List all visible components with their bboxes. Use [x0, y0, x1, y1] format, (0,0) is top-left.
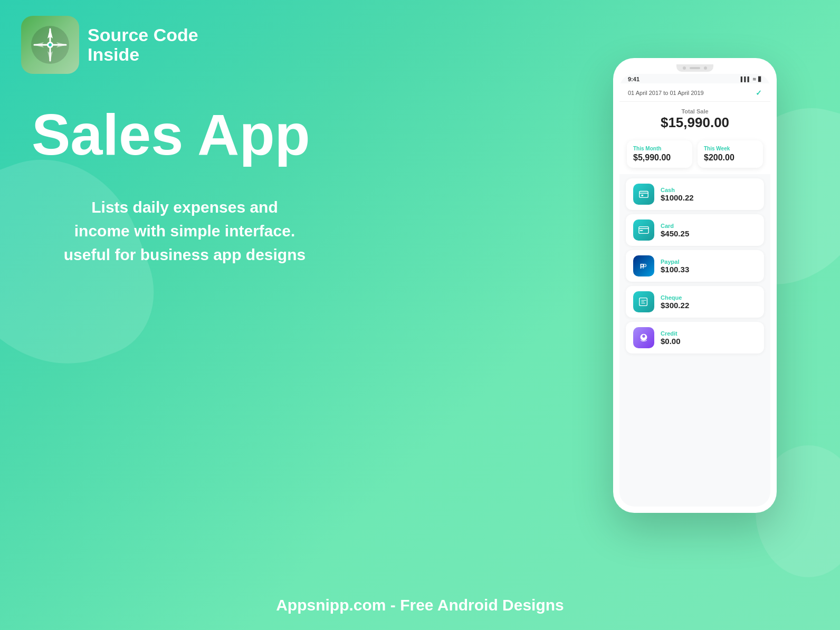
cheque-icon — [633, 291, 654, 312]
card-icon — [633, 219, 654, 241]
app-description: Lists daily expenses andincome with simp… — [32, 195, 338, 266]
svg-rect-10 — [641, 195, 643, 196]
this-week-amount: $200.00 — [704, 153, 757, 163]
credit-icon — [633, 327, 654, 348]
cheque-info: Cheque $300.22 — [661, 294, 689, 310]
footer-text: Appsnipp.com - Free Android Designs — [276, 596, 564, 614]
total-sale-amount: $15,990.00 — [619, 114, 770, 131]
logo-title-line1: Source Code — [88, 25, 198, 45]
card-info: Card $450.25 — [661, 223, 689, 238]
app-title: Sales App — [32, 106, 338, 164]
paypal-amount: $100.33 — [661, 265, 689, 274]
total-sale-label: Total Sale — [619, 108, 770, 114]
signal-icon: ▌▌▌ — [741, 77, 751, 82]
logo-icon — [21, 16, 79, 74]
status-time: 9:41 — [628, 76, 639, 82]
svg-rect-9 — [639, 192, 648, 198]
payment-item-card: Card $450.25 — [626, 214, 764, 246]
phone-screen-inner: 01 April 2017 to 01 April 2019 ✓ Total S… — [619, 83, 770, 358]
status-icons: ▌▌▌ ≋ ▊ — [741, 77, 762, 82]
svg-rect-12 — [640, 230, 643, 231]
date-range-row: 01 April 2017 to 01 April 2019 ✓ — [628, 89, 762, 97]
total-sale-section: Total Sale $15,990.00 — [619, 102, 770, 136]
cheque-name: Cheque — [661, 294, 689, 301]
status-bar: 9:41 ▌▌▌ ≋ ▊ — [619, 74, 770, 83]
payment-item-paypal: P P Paypal $100.33 — [626, 250, 764, 282]
phone-screen: 9:41 ▌▌▌ ≋ ▊ 01 April 2017 to 01 April 2… — [619, 74, 770, 507]
date-range-text: 01 April 2017 to 01 April 2019 — [628, 90, 704, 96]
cash-amount: $1000.22 — [661, 193, 694, 202]
payment-item-cheque: Cheque $300.22 — [626, 286, 764, 318]
credit-info: Credit $0.00 — [661, 330, 681, 346]
cash-name: Cash — [661, 187, 694, 193]
credit-amount: $0.00 — [661, 337, 681, 346]
cash-icon — [633, 184, 654, 205]
this-month-amount: $5,990.00 — [633, 153, 686, 163]
this-week-label: This Week — [704, 146, 757, 151]
logo-text: Source Code Inside — [88, 25, 198, 65]
this-month-card: This Month $5,990.00 — [627, 140, 692, 168]
payment-item-cash: Cash $1000.22 — [626, 178, 764, 210]
checkmark-icon[interactable]: ✓ — [756, 89, 762, 97]
notch-dot-left — [683, 66, 686, 70]
logo-title-line2: Inside — [88, 45, 198, 64]
battery-icon: ▊ — [758, 77, 762, 82]
paypal-name: Paypal — [661, 259, 689, 265]
cheque-amount: $300.22 — [661, 301, 689, 310]
card-amount: $450.25 — [661, 229, 689, 238]
cash-info: Cash $1000.22 — [661, 187, 694, 202]
card-name: Card — [661, 223, 689, 229]
svg-text:P: P — [642, 262, 647, 270]
phone-mockup: 9:41 ▌▌▌ ≋ ▊ 01 April 2017 to 01 April 2… — [613, 58, 777, 513]
period-cards: This Month $5,990.00 This Week $200.00 — [619, 136, 770, 174]
header: Source Code Inside — [21, 16, 198, 74]
payment-list: Cash $1000.22 — [619, 174, 770, 358]
payment-item-credit: Credit $0.00 — [626, 322, 764, 354]
this-week-card: This Week $200.00 — [698, 140, 763, 168]
notch-dot-right — [704, 66, 707, 70]
paypal-icon: P P — [633, 255, 654, 276]
app-header: 01 April 2017 to 01 April 2019 ✓ — [619, 83, 770, 102]
description-text: Lists daily expenses andincome with simp… — [64, 198, 306, 263]
paypal-info: Paypal $100.33 — [661, 259, 689, 274]
main-content: Sales App Lists daily expenses andincome… — [32, 106, 338, 266]
notch-bar — [690, 67, 700, 69]
phone-frame: 9:41 ▌▌▌ ≋ ▊ 01 April 2017 to 01 April 2… — [613, 58, 777, 513]
svg-point-8 — [49, 43, 52, 46]
this-month-label: This Month — [633, 146, 686, 151]
credit-name: Credit — [661, 330, 681, 337]
footer: Appsnipp.com - Free Android Designs — [0, 596, 840, 614]
wifi-icon: ≋ — [752, 77, 757, 82]
